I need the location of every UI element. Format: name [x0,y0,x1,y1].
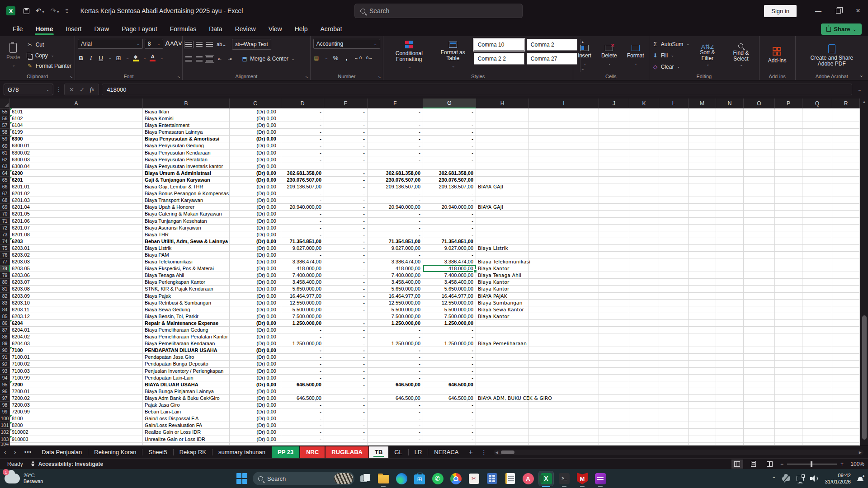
cell-description[interactable]: Biaya Tunjangan Kesehatan [143,218,230,225]
cell-value-e[interactable]: - [324,211,368,217]
grid-cell[interactable] [599,306,629,313]
grid-cell[interactable] [689,204,716,211]
grid-cell[interactable] [716,402,744,408]
grid-cell[interactable] [716,415,744,422]
cell-value-f[interactable]: - [368,190,423,197]
cell-description[interactable]: Biaya Adm Bank & Buku Cek/Giro [143,395,230,402]
grid-cell[interactable] [832,258,860,265]
cell-dr-balance[interactable]: (Dr) 0,00 [230,388,281,395]
cell-dr-balance[interactable]: (Dr) 0,00 [230,306,281,313]
grid-cell[interactable] [629,293,659,300]
cell-dr-balance[interactable]: (Dr) 0,00 [230,231,281,238]
cell-value-g[interactable]: 646.500,00 [423,395,476,402]
cell-dr-balance[interactable]: (Dr) 0,00 [230,183,281,190]
grid-cell[interactable] [659,122,689,129]
grid-cell[interactable] [744,395,775,402]
grid-cell[interactable] [744,238,775,245]
grid-cell[interactable] [716,163,744,170]
italic-button[interactable]: I [88,54,94,61]
cell-description[interactable]: BIAYA DILUAR USAHA [143,381,230,388]
grid-cell[interactable] [629,381,659,388]
grid-cell[interactable] [599,252,629,258]
font-family-combo[interactable]: Arial⌄ [78,39,143,49]
grid-cell[interactable] [775,408,802,415]
grid-cell[interactable] [629,415,659,422]
row-header-71[interactable]: 71 [0,218,10,225]
grid-cell[interactable] [744,136,775,142]
cell-dr-balance[interactable]: (Dr) 0,00 [230,190,281,197]
cell-dr-balance[interactable]: (Dr) 0,00 [230,197,281,204]
grid-cell[interactable] [629,258,659,265]
row-header-67[interactable]: 67 [0,190,10,197]
grid-cell[interactable] [529,252,599,258]
row-header-66[interactable]: 66 [0,183,10,190]
normal-view-button[interactable] [731,460,743,469]
cell-note[interactable] [476,211,529,217]
cell-value-f[interactable]: 646.500,00 [368,381,423,388]
grid-cell[interactable] [659,163,689,170]
cell-account-code[interactable]: 7200.99 [10,408,143,415]
fill-button[interactable]: ⬇Fill⌄ [652,51,689,61]
grid-cell[interactable] [775,286,802,292]
grid-cell[interactable] [716,170,744,177]
grid-cell[interactable] [802,313,832,320]
grid-cell[interactable] [659,108,689,115]
cell-value-e[interactable]: - [324,388,368,395]
grid-cell[interactable] [716,245,744,252]
grid-cell[interactable] [744,245,775,252]
grid-cell[interactable] [775,115,802,122]
cell-account-code[interactable]: 910002 [10,429,143,436]
cell-value-e[interactable]: - [324,381,368,388]
decrease-font-icon[interactable]: A˅ [173,40,179,48]
grid-cell[interactable] [599,183,629,190]
grid-cell[interactable] [281,443,324,446]
row-header-65[interactable]: 65 [0,177,10,183]
cell-value-d[interactable]: 646.500,00 [281,395,324,402]
cell-value-e[interactable]: - [324,231,368,238]
grid-cell[interactable] [629,402,659,408]
grid-cell[interactable] [775,443,802,446]
grid-cell[interactable] [775,190,802,197]
cell-value-f[interactable]: - [368,333,423,340]
grid-cell[interactable] [744,142,775,149]
grid-cell[interactable] [689,190,716,197]
cell-value-e[interactable]: - [324,183,368,190]
cell-value-g[interactable]: 7.400.000,00 [423,272,476,279]
grid-cell[interactable] [802,436,832,443]
grid-cell[interactable] [529,183,599,190]
grid-cell[interactable] [689,231,716,238]
grid-cell[interactable] [529,368,599,375]
decrease-decimal-icon[interactable]: .0→ [365,56,371,60]
cell-dr-balance[interactable]: (Dr) 0,00 [230,354,281,361]
cell-value-d[interactable]: - [281,150,324,156]
sheet-tab-gl[interactable]: GL [388,446,408,458]
grid-cell[interactable] [775,211,802,217]
title-search-box[interactable]: Search [354,4,523,18]
grid-cell[interactable] [716,395,744,402]
cell-value-d[interactable]: 9.027.000,00 [281,245,324,252]
grid-cell[interactable] [689,422,716,429]
grid-cell[interactable] [689,402,716,408]
grid-cell[interactable] [529,422,599,429]
grid-cell[interactable] [629,443,659,446]
grid-cell[interactable] [716,204,744,211]
font-color-button[interactable]: A [150,54,156,61]
cell-value-f[interactable]: 7.500.000,00 [368,313,423,320]
grid-cell[interactable] [529,327,599,333]
cell-value-f[interactable]: - [368,408,423,415]
cell-value-e[interactable]: - [324,422,368,429]
grid-cell[interactable] [775,136,802,142]
cell-note[interactable] [476,333,529,340]
cell-dr-balance[interactable]: (Dr) 0,00 [230,211,281,217]
cell-dr-balance[interactable]: (Dr) 0,00 [230,327,281,333]
grid-cell[interactable] [529,381,599,388]
grid-cell[interactable] [775,402,802,408]
vscroll-thumb[interactable] [862,315,867,440]
grid-cell[interactable] [529,142,599,149]
row-header-56[interactable]: 56 [0,115,10,122]
cell-value-e[interactable]: - [324,320,368,327]
grid-cell[interactable] [802,150,832,156]
cell-value-d[interactable]: - [281,218,324,225]
cell-value-g[interactable]: - [423,156,476,163]
grid-cell[interactable] [832,129,860,136]
